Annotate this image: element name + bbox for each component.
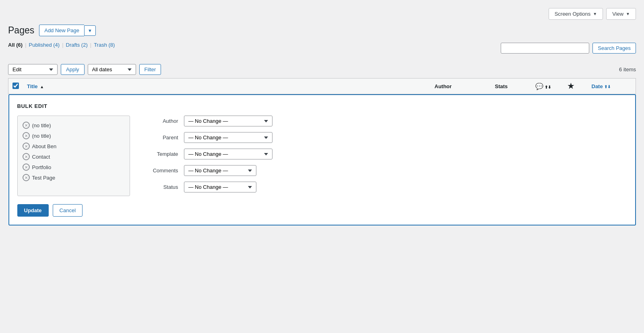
screen-options-label: Screen Options	[555, 11, 591, 17]
sub-nav-drafts[interactable]: Drafts (2)	[66, 42, 88, 48]
search-input[interactable]	[501, 43, 589, 54]
cancel-button[interactable]: Cancel	[53, 204, 83, 217]
bulk-edit-actions: Update Cancel	[17, 204, 627, 217]
view-chevron-icon: ▼	[626, 12, 630, 16]
filter-button[interactable]: Filter	[139, 64, 161, 75]
col-author: Author	[431, 79, 491, 94]
parent-label: Parent	[142, 134, 178, 141]
page-5-label: Portfolio	[32, 164, 52, 170]
check-all-checkbox[interactable]	[12, 83, 19, 89]
remove-page-2-button[interactable]: ✕	[23, 132, 30, 139]
list-item: ✕ Portfolio	[22, 162, 126, 172]
bulk-action-select[interactable]: Edit Move to Trash	[8, 64, 58, 75]
author-select[interactable]: — No Change —	[184, 116, 272, 126]
sub-nav: All (6) | Published (4) | Drafts (2) | T…	[8, 42, 115, 48]
sub-nav-published[interactable]: Published (4)	[29, 42, 60, 48]
bulk-edit-pages-list: ✕ (no title) ✕ (no title) ✕ About Ben	[17, 116, 130, 196]
toolbar: Edit Move to Trash Apply All dates Filte…	[8, 61, 636, 78]
list-item: ✕ Test Page	[22, 172, 126, 183]
view-button[interactable]: View ▼	[606, 8, 636, 20]
pages-table: Title ▲ Author Stats 💬 ⬆⬇ ★ Date	[8, 78, 636, 225]
dates-select[interactable]: All dates	[88, 64, 136, 75]
list-item: ✕ (no title)	[22, 130, 126, 141]
author-label: Author	[142, 118, 178, 124]
remove-page-4-button[interactable]: ✕	[23, 153, 30, 160]
template-field-row: Template — No Change —	[142, 149, 627, 159]
screen-options-button[interactable]: Screen Options ▼	[549, 8, 603, 20]
template-label: Template	[142, 151, 178, 157]
bulk-edit-panel: BULK EDIT ✕ (no title) ✕ (no title	[8, 94, 636, 225]
search-pages-button[interactable]: Search Pages	[592, 43, 636, 54]
remove-page-5-button[interactable]: ✕	[23, 163, 30, 171]
list-item: ✕ About Ben	[22, 141, 126, 151]
items-count: 6 items	[619, 66, 636, 72]
comment-icon: 💬	[535, 83, 543, 90]
comments-field-row: Comments — No Change —	[142, 165, 627, 176]
comments-select[interactable]: — No Change —	[184, 165, 256, 176]
title-sort-icon: ▲	[40, 85, 44, 89]
apply-button[interactable]: Apply	[61, 64, 85, 75]
col-starred: ★	[564, 79, 588, 94]
add-new-page-button[interactable]: Add New Page	[39, 25, 84, 36]
page-3-label: About Ben	[32, 143, 57, 149]
date-sort-icon: ⬆⬇	[604, 85, 611, 89]
add-new-page-arrow-icon: ▼	[88, 28, 92, 33]
remove-page-1-button[interactable]: ✕	[23, 122, 30, 129]
parent-field-row: Parent — No Change —	[142, 132, 627, 143]
col-title[interactable]: Title	[27, 83, 38, 89]
col-comments: 💬 ⬆⬇	[531, 79, 564, 94]
star-icon: ★	[568, 82, 574, 90]
page-1-label: (no title)	[32, 122, 51, 128]
add-new-page-dropdown-button[interactable]: ▼	[84, 25, 96, 36]
bulk-edit-fields: Author — No Change — Parent — No Change …	[142, 116, 627, 196]
comments-sort-icon: ⬆⬇	[545, 85, 551, 89]
author-field-row: Author — No Change —	[142, 116, 627, 126]
bulk-edit-title: BULK EDIT	[17, 103, 627, 109]
list-item: ✕ (no title)	[22, 120, 126, 130]
remove-page-3-button[interactable]: ✕	[23, 143, 30, 150]
comments-field-label: Comments	[142, 168, 178, 174]
add-new-page-button-group: Add New Page ▼	[39, 25, 96, 36]
col-stats: Stats	[491, 79, 531, 94]
view-label: View	[612, 11, 623, 17]
status-select[interactable]: — No Change —	[184, 182, 256, 192]
page-2-label: (no title)	[32, 133, 51, 139]
page-6-label: Test Page	[32, 175, 56, 181]
list-item: ✕ Contact	[22, 151, 126, 162]
col-date[interactable]: Date ⬆⬇	[588, 79, 636, 94]
remove-page-6-button[interactable]: ✕	[23, 174, 30, 181]
status-label: Status	[142, 184, 178, 190]
template-select[interactable]: — No Change —	[184, 149, 272, 159]
sub-nav-all[interactable]: All (6)	[8, 42, 23, 48]
screen-options-chevron-icon: ▼	[593, 12, 597, 16]
page-title: Pages	[8, 25, 34, 36]
status-field-row: Status — No Change —	[142, 182, 627, 192]
parent-select[interactable]: — No Change —	[184, 132, 272, 143]
sub-nav-trash[interactable]: Trash (8)	[94, 42, 115, 48]
update-button[interactable]: Update	[17, 204, 49, 217]
page-4-label: Contact	[32, 154, 50, 160]
